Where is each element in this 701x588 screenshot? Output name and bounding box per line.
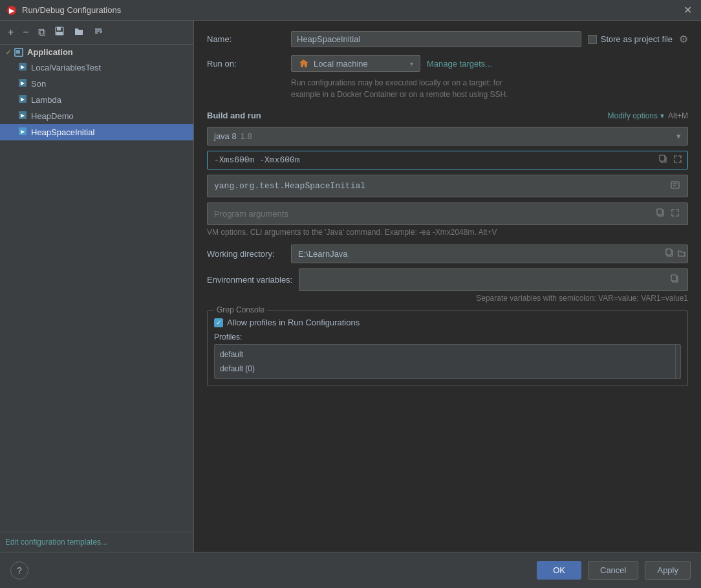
vm-options-input[interactable]	[208, 151, 654, 169]
store-checkbox-row: Store as project file ⚙	[588, 33, 688, 45]
modify-options-row: Modify options ▾ Alt+M	[608, 111, 688, 120]
program-args-placeholder: Program arguments	[214, 209, 288, 219]
check-icon: ✓	[5, 48, 12, 57]
name-row: Name: Store as project file ⚙	[207, 31, 688, 47]
run-on-label: Run on:	[207, 59, 285, 69]
profiles-scrollbar[interactable]	[675, 345, 680, 378]
svg-text:▶: ▶	[9, 7, 15, 14]
working-dir-browse-icon[interactable]	[676, 247, 687, 261]
java-dropdown-arrow-icon: ▾	[676, 131, 681, 141]
apply-button[interactable]: Apply	[645, 561, 691, 580]
folder-config-button[interactable]	[71, 25, 87, 40]
env-vars-copy-icon[interactable]	[669, 273, 681, 287]
manage-targets-link[interactable]: Manage targets...	[427, 59, 492, 69]
sidebar-item-label-son: Son	[31, 79, 46, 89]
env-hint: Separate variables with semicolon: VAR=v…	[291, 294, 688, 303]
allow-profiles-row: ✓ Allow profiles in Run Configurations	[214, 318, 681, 327]
ok-button[interactable]: OK	[537, 561, 581, 580]
working-dir-row: Working directory:	[207, 245, 688, 263]
sidebar: + − ⧉	[0, 21, 194, 552]
working-dir-label: Working directory:	[207, 249, 285, 259]
vm-field-expand-icon[interactable]	[672, 153, 684, 167]
program-args-copy-icon[interactable]	[655, 207, 667, 221]
close-button[interactable]: ✕	[681, 4, 695, 16]
app-item-icon-son: ▶	[18, 78, 27, 89]
sidebar-item-heapdemo[interactable]: ▶ HeapDemo	[0, 108, 193, 124]
title-bar-title: Run/Debug Configurations	[22, 5, 681, 15]
name-input[interactable]	[291, 31, 581, 47]
svg-rect-4	[56, 32, 63, 35]
profile-item-default[interactable]: default	[215, 347, 680, 362]
home-icon	[298, 58, 308, 69]
allow-profiles-label: Allow profiles in Run Configurations	[227, 318, 360, 327]
svg-rect-20	[671, 182, 679, 188]
profile-item-default-0[interactable]: default (0)	[215, 362, 680, 376]
remove-config-button[interactable]: −	[20, 25, 31, 39]
sidebar-item-label-heapspaceinitial: HeapSpaceInitial	[31, 127, 94, 137]
svg-rect-26	[666, 249, 671, 255]
modify-options-label: Modify options	[608, 111, 658, 120]
run-on-value: Local machine	[314, 59, 368, 69]
vm-hint: VM options. CLI arguments to the 'Java' …	[207, 228, 688, 237]
profiles-label: Profiles:	[214, 332, 681, 342]
vm-options-row	[207, 151, 688, 169]
run-on-dropdown[interactable]: Local machine ▾	[291, 55, 420, 72]
copy-config-button[interactable]: ⧉	[36, 25, 48, 39]
dropdown-arrow-icon: ▾	[410, 60, 413, 67]
modify-shortcut: Alt+M	[668, 111, 688, 120]
env-field-row[interactable]	[299, 268, 688, 291]
cancel-button[interactable]: Cancel	[588, 561, 638, 580]
add-config-button[interactable]: +	[5, 25, 16, 39]
grep-console: Grep Console ✓ Allow profiles in Run Con…	[207, 310, 688, 386]
modify-options-chevron-icon: ▾	[660, 111, 664, 120]
program-args-expand-icon[interactable]	[669, 207, 681, 221]
program-args-row[interactable]: Program arguments	[207, 202, 688, 225]
settings-icon[interactable]: ⚙	[679, 33, 688, 45]
working-dir-field-row	[291, 245, 688, 263]
sort-config-button[interactable]	[91, 25, 106, 40]
sidebar-item-lambda[interactable]: ▶ Lambda	[0, 92, 193, 108]
svg-text:▶: ▶	[21, 129, 25, 135]
sidebar-item-son[interactable]: ▶ Son	[0, 76, 193, 92]
app-item-icon-heapspaceinitial: ▶	[18, 127, 27, 138]
allow-profiles-checkbox[interactable]: ✓	[214, 318, 223, 327]
store-label: Store as project file	[601, 34, 673, 44]
svg-text:▶: ▶	[21, 113, 25, 118]
modify-options-link[interactable]: Modify options ▾	[608, 111, 664, 120]
class-select-icon[interactable]	[669, 179, 681, 193]
footer: ? OK Cancel Apply	[0, 552, 701, 588]
app-item-icon: ▶	[18, 62, 27, 73]
main-layout: + − ⧉	[0, 21, 701, 552]
class-name-value: yang.org.test.HeapSpaceInitial	[214, 181, 365, 191]
working-dir-input[interactable]	[292, 245, 664, 263]
vm-field-copy-icon[interactable]	[658, 153, 669, 167]
run-hint: Run configurations may be executed local…	[291, 77, 688, 100]
class-name-row: yang.org.test.HeapSpaceInitial	[207, 175, 688, 197]
sidebar-item-heapspaceinitial[interactable]: ▶ HeapSpaceInitial	[0, 124, 193, 140]
svg-rect-3	[57, 27, 61, 30]
sidebar-toolbar: + − ⧉	[0, 21, 193, 45]
env-vars-label: Environment variables:	[207, 275, 292, 285]
sidebar-item-localvariablestest[interactable]: ▶ LocalVariablesTest	[0, 60, 193, 76]
name-label: Name:	[207, 34, 285, 44]
svg-text:▶: ▶	[21, 96, 25, 102]
sidebar-group-label: Application	[27, 47, 73, 57]
profiles-list: default default (0)	[214, 344, 681, 379]
svg-text:▶: ▶	[21, 64, 25, 70]
title-bar-icon: ▶	[6, 5, 17, 16]
sidebar-group-application[interactable]: ✓ Application	[0, 45, 193, 60]
edit-templates-link[interactable]: Edit configuration templates...	[0, 532, 193, 552]
app-item-icon-heapdemo: ▶	[18, 111, 27, 122]
save-config-button[interactable]	[52, 25, 67, 40]
svg-text:▶: ▶	[21, 80, 25, 86]
java-version-label: java 8	[214, 131, 237, 141]
java-selector[interactable]: java 8 1.8 ▾	[207, 127, 688, 146]
sidebar-item-label-localvariablestest: LocalVariablesTest	[31, 63, 101, 72]
working-dir-copy-icon[interactable]	[664, 247, 676, 261]
right-panel: Name: Store as project file ⚙ Run on: Lo…	[194, 21, 701, 552]
store-checkbox[interactable]	[588, 35, 597, 44]
help-button[interactable]: ?	[10, 561, 28, 580]
svg-rect-24	[657, 209, 662, 215]
application-icon	[14, 48, 23, 57]
run-on-row: Run on: Local machine ▾ Manage targets..…	[207, 55, 688, 72]
